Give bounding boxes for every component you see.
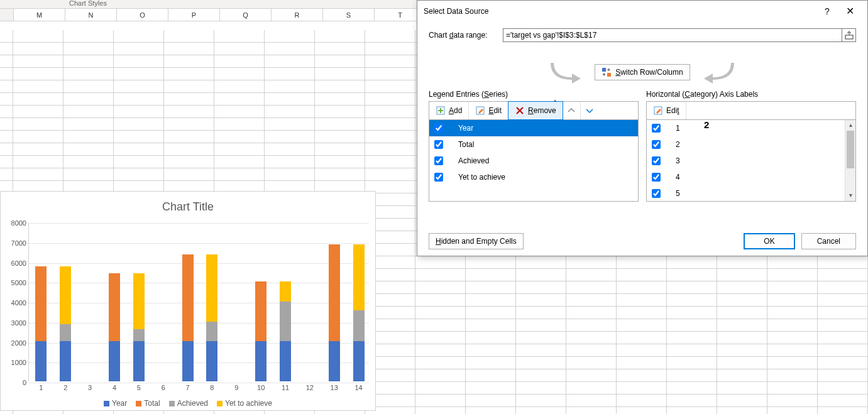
- select-data-source-dialog: Select Data Source ? ✕ Chart data range:…: [417, 0, 868, 256]
- column-header[interactable]: S: [323, 9, 375, 21]
- remove-icon: [515, 106, 525, 116]
- series-list-item[interactable]: Achieved: [429, 153, 638, 169]
- hidden-empty-cells-button[interactable]: Hidden and Empty Cells: [429, 233, 524, 249]
- legend-item[interactable]: Yet to achieve: [217, 399, 272, 408]
- close-icon[interactable]: ✕: [838, 3, 861, 19]
- axis-checkbox[interactable]: [652, 189, 661, 198]
- ok-button[interactable]: OK: [744, 233, 794, 249]
- chart-object[interactable]: Chart Title 0100020003000400050006000700…: [0, 191, 376, 411]
- axis-list-item[interactable]: 4: [647, 169, 855, 185]
- move-up-button[interactable]: [563, 102, 581, 119]
- axis-list-item[interactable]: 2: [647, 136, 855, 153]
- axis-checkbox[interactable]: [652, 156, 661, 165]
- column-header[interactable]: Q: [220, 9, 272, 21]
- legend-entries-label: Legend Entries (Series): [429, 90, 639, 99]
- move-down-button[interactable]: [581, 102, 598, 119]
- axis-list-item[interactable]: 5: [647, 185, 855, 202]
- series-list-item[interactable]: Total: [429, 136, 638, 153]
- chart-data-range-label: Chart data range:: [429, 31, 503, 40]
- column-header[interactable]: R: [272, 9, 323, 21]
- edit-icon: [653, 106, 663, 116]
- column-header[interactable]: M: [14, 9, 65, 21]
- plot-area[interactable]: 0100020003000400050006000700080001234567…: [28, 223, 369, 381]
- column-header[interactable]: N: [65, 9, 117, 21]
- series-list-item[interactable]: Yet to achieve: [429, 169, 638, 185]
- edit-series-button[interactable]: Edit: [469, 102, 508, 119]
- series-list[interactable]: YearTotalAchievedYet to achieve: [429, 120, 639, 202]
- column-header[interactable]: P: [168, 9, 220, 21]
- series-checkbox[interactable]: [434, 140, 443, 149]
- axis-list[interactable]: 12345 ▴ ▾: [646, 120, 856, 202]
- scroll-up-icon[interactable]: ▴: [845, 120, 855, 131]
- series-list-item[interactable]: Year: [429, 120, 638, 136]
- axis-list-item[interactable]: 3: [647, 153, 855, 169]
- chart-title[interactable]: Chart Title: [1, 192, 375, 214]
- series-checkbox[interactable]: [434, 156, 443, 165]
- svg-rect-2: [607, 73, 611, 77]
- dialog-titlebar: Select Data Source ? ✕: [417, 1, 867, 22]
- chart-data-range-input[interactable]: [503, 28, 842, 42]
- chevron-up-icon: [566, 106, 576, 116]
- axis-checkbox[interactable]: [652, 140, 661, 149]
- switch-icon: [602, 67, 612, 77]
- annotation-2: 2: [704, 119, 709, 130]
- series-checkbox[interactable]: [434, 173, 443, 182]
- axis-labels-panel: Horizontal (Category) Axis Labels Edit 1…: [646, 90, 856, 202]
- add-icon: [436, 106, 446, 116]
- scrollbar[interactable]: ▴ ▾: [845, 120, 855, 201]
- svg-rect-0: [845, 35, 853, 39]
- legend-item[interactable]: Year: [104, 399, 127, 408]
- edit-axis-button[interactable]: Edit: [647, 102, 686, 119]
- legend-entries-panel: Legend Entries (Series) Add Edit Remove: [429, 90, 639, 202]
- axis-labels-label: Horizontal (Category) Axis Labels: [646, 90, 856, 99]
- ribbon-group-label: Chart Styles: [69, 0, 107, 7]
- scroll-thumb[interactable]: [847, 131, 854, 168]
- chevron-down-icon: [585, 106, 595, 116]
- series-checkbox[interactable]: [434, 124, 443, 133]
- remove-series-button[interactable]: Remove: [508, 101, 563, 120]
- legend-item[interactable]: Total: [136, 399, 160, 408]
- axis-checkbox[interactable]: [652, 173, 661, 182]
- column-header[interactable]: O: [117, 9, 168, 21]
- add-series-button[interactable]: Add: [429, 102, 469, 119]
- dialog-title: Select Data Source: [424, 7, 816, 16]
- curve-arrow-right-icon: [700, 60, 734, 85]
- switch-row-column-button[interactable]: SSwitch Row/Columnwitch Row/Column: [595, 64, 689, 80]
- collapse-dialog-icon[interactable]: [842, 28, 856, 42]
- cancel-button[interactable]: Cancel: [801, 233, 856, 249]
- help-icon[interactable]: ?: [816, 3, 838, 19]
- chart-legend[interactable]: YearTotalAchievedYet to achieve: [1, 399, 375, 408]
- curve-arrow-left-icon: [551, 60, 585, 85]
- axis-checkbox[interactable]: [652, 124, 661, 133]
- edit-icon: [475, 106, 485, 116]
- scroll-down-icon[interactable]: ▾: [845, 190, 855, 201]
- svg-rect-1: [602, 68, 606, 72]
- legend-item[interactable]: Achieved: [169, 399, 208, 408]
- axis-list-item[interactable]: 1: [647, 120, 855, 136]
